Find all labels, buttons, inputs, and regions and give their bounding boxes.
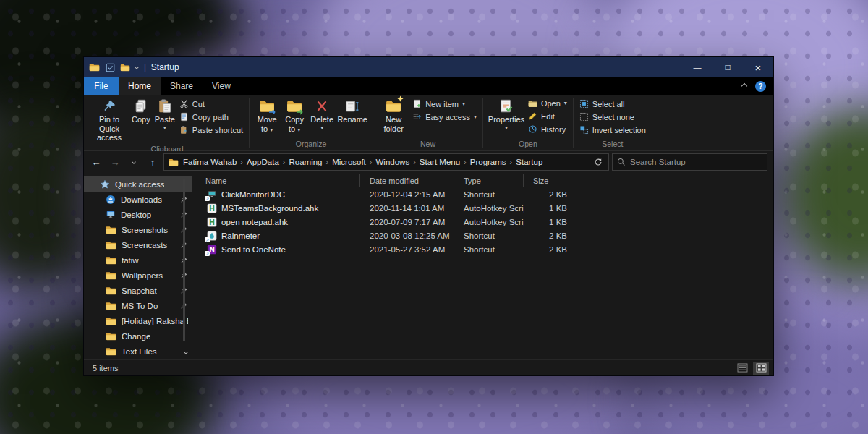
minimize-button[interactable]: — xyxy=(682,57,712,77)
file-row[interactable]: ↗ Rainmeter 2020-03-08 12:25 AM Shortcut… xyxy=(196,229,773,242)
sidebar-item-change[interactable]: Change xyxy=(84,328,192,344)
properties-button[interactable]: Properties ▾ xyxy=(487,97,526,132)
breadcrumb-segment[interactable]: Windows xyxy=(373,158,413,166)
button-label: Copy xyxy=(132,115,150,124)
file-size: 1 KB xyxy=(524,215,574,229)
tab-view[interactable]: View xyxy=(203,77,240,95)
edit-button[interactable]: Edit xyxy=(526,111,569,122)
up-button[interactable]: ↑ xyxy=(145,154,161,170)
sidebar-item-desktop[interactable]: Desktop xyxy=(84,207,192,222)
delete-button[interactable]: Delete ▾ xyxy=(308,97,336,132)
sidebar-item-screencasts[interactable]: Screencasts xyxy=(84,237,192,252)
folder-icon xyxy=(106,226,116,234)
rename-button[interactable]: Rename xyxy=(336,97,369,126)
folder-icon xyxy=(106,302,116,310)
tab-share[interactable]: Share xyxy=(161,77,203,95)
breadcrumb-segment[interactable]: Fatima Wahab xyxy=(180,158,239,166)
pin-to-quick-access-button[interactable]: Pin to Quick access xyxy=(89,97,129,144)
sidebar-item-quick-access[interactable]: Quick access xyxy=(84,176,192,192)
sidebar-item-screenshots[interactable]: Screenshots xyxy=(84,222,192,237)
sidebar-item-holiday-raksha[interactable]: [Holiday] Raksha Ba xyxy=(84,313,192,328)
sidebar-item-fatiw[interactable]: fatiw xyxy=(84,252,192,268)
sidebar-item-snapchat[interactable]: Snapchat xyxy=(84,283,192,298)
move-to-button[interactable]: Move to ▾ xyxy=(253,97,281,135)
file-date: 2021-05-27 3:52 AM xyxy=(360,242,454,256)
search-input[interactable] xyxy=(630,158,762,166)
button-label: Copy to ▾ xyxy=(283,115,306,133)
file-name: ClickMonitorDDC xyxy=(221,190,285,199)
copy-to-button[interactable]: Copy to ▾ xyxy=(281,97,308,135)
breadcrumb-segment[interactable]: Roaming xyxy=(286,158,325,166)
select-all-icon xyxy=(579,99,589,109)
ribbon-group-select: Select all Select none Inv xyxy=(574,95,652,150)
file-name: open notepad.ahk xyxy=(221,218,288,226)
back-button[interactable]: ← xyxy=(88,154,104,170)
file-row[interactable]: N ↗ Send to OneNote 2021-05-27 3:52 AM S… xyxy=(196,242,773,256)
sidebar-item-text-files[interactable]: Text Files xyxy=(84,344,192,359)
invert-selection-button[interactable]: Invert selection xyxy=(577,124,648,135)
new-folder-button[interactable]: New folder xyxy=(377,97,410,135)
file-name: MSTeamsBackground.ahk xyxy=(221,204,318,213)
sidebar-item-label: Screenshots xyxy=(122,226,168,234)
details-view-button[interactable] xyxy=(734,362,750,375)
large-icons-view-button[interactable] xyxy=(753,362,769,375)
tab-home[interactable]: Home xyxy=(119,77,161,95)
file-row[interactable]: H MSTeamsBackground.ahk 2020-11-14 1:01 … xyxy=(196,201,773,215)
paste-shortcut-icon xyxy=(179,125,189,135)
breadcrumb-segment[interactable]: Startup xyxy=(513,158,545,166)
breadcrumb-segment[interactable]: Start Menu xyxy=(417,158,463,166)
column-header-date-modified[interactable]: Date modified xyxy=(360,174,454,187)
cut-button[interactable]: Cut xyxy=(177,98,245,109)
file-row[interactable]: ↗ ClickMonitorDDC 2020-12-04 2:15 AM Sho… xyxy=(196,187,773,201)
properties-icon xyxy=(498,98,514,114)
column-header-name[interactable]: Name xyxy=(196,174,360,187)
file-type: AutoHotkey Script xyxy=(454,201,524,215)
refresh-button[interactable] xyxy=(591,155,605,169)
file-date: 2020-12-04 2:15 AM xyxy=(360,187,454,201)
address-folder-icon xyxy=(169,158,179,166)
sidebar-item-ms-to-do[interactable]: MS To Do xyxy=(84,298,192,313)
file-menu-button[interactable]: File xyxy=(84,77,119,95)
search-box[interactable] xyxy=(612,153,767,171)
qat-new-folder-icon[interactable] xyxy=(120,64,130,72)
collapse-ribbon-icon[interactable] xyxy=(741,83,747,89)
file-row[interactable]: H open notepad.ahk 2020-07-09 7:17 AM Au… xyxy=(196,215,773,229)
dropdown-caret-icon: ▾ xyxy=(564,101,567,106)
sidebar-item-label: Desktop xyxy=(121,210,151,219)
copy-button[interactable]: Copy xyxy=(129,97,153,126)
help-icon[interactable]: ? xyxy=(755,81,766,92)
dropdown-caret-icon: ▾ xyxy=(474,114,477,120)
qat-properties-icon[interactable] xyxy=(106,63,115,72)
recent-locations-chevron[interactable] xyxy=(126,154,142,170)
select-all-button[interactable]: Select all xyxy=(577,98,648,109)
paste-button[interactable]: Paste ▾ xyxy=(153,97,177,132)
sidebar-item-wallpapers[interactable]: Wallpapers xyxy=(84,268,192,283)
column-header-size[interactable]: Size xyxy=(524,174,574,187)
select-none-button[interactable]: Select none xyxy=(577,111,648,122)
breadcrumb-field[interactable]: Fatima Wahab › AppData › Roaming › Micro… xyxy=(163,153,609,171)
close-button[interactable]: × xyxy=(743,57,773,77)
sidebar-scrollbar[interactable] xyxy=(183,179,185,341)
file-type: Shortcut xyxy=(454,242,524,256)
breadcrumb-segment[interactable]: AppData xyxy=(244,158,282,166)
breadcrumb-segment[interactable]: Programs xyxy=(467,158,509,166)
open-button[interactable]: Open ▾ xyxy=(526,98,569,109)
easy-access-button[interactable]: Easy access ▾ xyxy=(410,111,479,122)
maximize-button[interactable]: □ xyxy=(712,57,743,77)
copy-path-button[interactable]: Copy path xyxy=(177,111,245,122)
shortcut-badge-icon: ↗ xyxy=(205,251,210,256)
monitor-shortcut-icon: ↗ xyxy=(206,189,217,200)
paste-shortcut-button[interactable]: Paste shortcut xyxy=(177,124,245,135)
file-name: Send to OneNote xyxy=(221,245,286,254)
menubar-right: ? xyxy=(742,77,773,95)
column-header-type[interactable]: Type xyxy=(454,174,524,187)
breadcrumb-segment[interactable]: Microsoft xyxy=(329,158,369,166)
new-item-button[interactable]: New item ▾ xyxy=(410,98,479,109)
pushpin-icon xyxy=(101,98,117,114)
qat-customize-chevron-icon[interactable] xyxy=(135,65,139,69)
sidebar-item-downloads[interactable]: Downloads xyxy=(84,192,192,207)
forward-button[interactable]: → xyxy=(107,154,123,170)
titlebar[interactable]: | Startup — □ × xyxy=(84,57,773,77)
file-list: Name Date modified Type Size ↗ ClickMoni… xyxy=(192,173,773,359)
history-button[interactable]: History xyxy=(526,124,569,135)
